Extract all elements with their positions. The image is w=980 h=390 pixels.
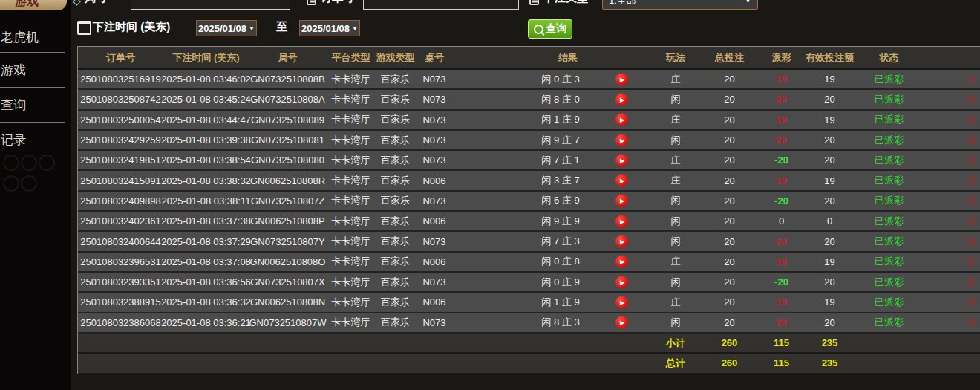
chevron-down-icon: ▼ <box>352 25 358 32</box>
order-no-cell: 250108032400644 <box>78 232 163 250</box>
platform-cell: 卡卡湾厅 <box>327 131 375 149</box>
valid-bet-cell: 20 <box>802 90 858 108</box>
table-row[interactable]: 2501080324098982025-01-08 03:38:11GN0732… <box>78 192 980 212</box>
table-no-cell: N006 <box>416 253 453 271</box>
date-from-value: 2025/01/08 <box>198 23 246 34</box>
table-row[interactable]: 2501080323889152025-01-08 03:36:32GN0062… <box>78 293 980 313</box>
valid-bet-cell: 19 <box>802 171 858 189</box>
date-to-picker[interactable]: 2025/01/08 ▼ <box>299 20 360 36</box>
background-decoration <box>39 155 55 171</box>
table-header-row: 订单号 下注时间 (美东) 局号 平台类型 游戏类型 桌号 结果 玩法 总投注 … <box>78 47 980 70</box>
subtotal-total-bet: 260 <box>698 334 761 352</box>
order-no-cell: 250108032429259 <box>78 131 163 149</box>
subtotal-payout: 115 <box>761 334 802 352</box>
date-to-value: 2025/01/08 <box>301 23 350 34</box>
replay-play-icon[interactable]: ▶ <box>615 93 628 105</box>
grand-total-spacer <box>78 354 653 372</box>
header-round-no: 局号 <box>249 47 327 68</box>
table-row[interactable]: 2501080324150912025-01-08 03:38:32GN0062… <box>78 171 980 191</box>
table-row[interactable]: 2501080325169192025-01-08 03:46:02GN0732… <box>78 70 980 90</box>
sidebar-item-slots[interactable]: 老虎机 <box>0 10 65 53</box>
round-no-cell: GN0732510808B <box>249 70 327 88</box>
replay-play-icon[interactable]: ▶ <box>615 134 628 146</box>
play-cell: 闲 <box>653 232 698 250</box>
header-valid-bet: 有效投注额 <box>802 47 858 68</box>
table-row[interactable]: 2501080323965312025-01-08 03:37:08GN0062… <box>78 253 980 273</box>
order-no-cell: 250108032386068 <box>78 313 163 332</box>
sidebar-item-query[interactable]: 查询 <box>0 88 65 123</box>
round-no-cell: GN0732510808A <box>249 90 327 108</box>
table-row[interactable]: 2501080324292592025-01-08 03:39:38GN0732… <box>78 131 980 151</box>
table-row[interactable]: 2501080324023612025-01-08 03:37:38GN0062… <box>78 212 980 232</box>
payout-cell: 20 <box>761 131 802 149</box>
faint-background-dot <box>967 196 976 206</box>
magnifier-icon <box>534 25 543 34</box>
replay-play-icon[interactable]: ▶ <box>615 296 628 308</box>
grand-total-filler <box>858 354 980 372</box>
bet-time-cell: 2025-01-08 03:36:56 <box>163 273 249 291</box>
sidebar-active-label: 游戏 <box>15 0 39 10</box>
status-cell: 已派彩 <box>858 313 921 332</box>
valid-bet-cell: 19 <box>802 70 858 88</box>
background-decoration <box>21 175 37 192</box>
header-payout: 派彩 <box>761 47 802 68</box>
subtotal-filler <box>858 334 980 352</box>
search-button[interactable]: 查询 <box>528 19 572 39</box>
bet-time-cell: 2025-01-08 03:36:32 <box>163 293 249 311</box>
table-row[interactable]: 2501080325087422025-01-08 03:45:24GN0732… <box>78 90 980 110</box>
platform-cell: 卡卡湾厅 <box>327 70 375 88</box>
date-from-picker[interactable]: 2025/01/08 ▼ <box>196 20 257 36</box>
sidebar-item-games[interactable]: 游戏 <box>0 53 65 88</box>
replay-play-icon[interactable]: ▶ <box>615 114 628 126</box>
total-bet-cell: 20 <box>698 70 761 88</box>
replay-play-icon[interactable]: ▶ <box>615 195 628 207</box>
game-type-cell: 百家乐 <box>375 313 416 332</box>
table-row[interactable]: 2501080324198512025-01-08 03:38:54GN0732… <box>78 151 980 171</box>
payout-cell: -20 <box>761 273 802 291</box>
table-no-cell: N073 <box>416 313 453 332</box>
header-order-no: 订单号 <box>78 47 163 68</box>
play-cell: 庄 <box>653 111 698 129</box>
header-result: 结果 <box>453 47 653 68</box>
replay-play-icon[interactable]: ▶ <box>615 175 628 187</box>
platform-cell: 卡卡湾厅 <box>327 273 375 291</box>
play-cell: 闲 <box>653 192 698 210</box>
faint-background-dot <box>967 257 976 267</box>
sidebar-item-label: 游戏 <box>1 62 26 79</box>
play-cell: 闲 <box>653 212 698 230</box>
game-type-cell: 百家乐 <box>375 212 416 230</box>
bet-time-cell: 2025-01-08 03:37:29 <box>163 232 249 250</box>
order-no-input[interactable] <box>363 0 519 10</box>
table-row[interactable]: 2501080323933512025-01-08 03:36:56GN0732… <box>78 273 980 293</box>
bet-type-select[interactable]: 1.全部 ▼ <box>602 0 758 10</box>
round-no-cell: GN0732510807Z <box>249 192 327 210</box>
grand-total-total-bet: 260 <box>698 354 761 372</box>
chevron-down-icon: ▼ <box>745 0 751 4</box>
replay-play-icon[interactable]: ▶ <box>615 154 628 166</box>
table-no-cell: N006 <box>416 293 453 311</box>
sidebar-item-active-games[interactable]: 游戏 <box>0 0 67 10</box>
grand-total-valid-bet: 235 <box>802 354 858 372</box>
table-row[interactable]: 2501080323860682025-01-08 03:36:21GN0732… <box>78 313 980 334</box>
play-cell: 庄 <box>653 253 698 271</box>
replay-play-icon[interactable]: ▶ <box>615 256 628 268</box>
game-type-cell: 百家乐 <box>375 131 416 149</box>
play-cell: 闲 <box>653 131 698 149</box>
replay-play-icon[interactable]: ▶ <box>615 215 628 227</box>
replay-play-icon[interactable]: ▶ <box>615 235 628 248</box>
table-row[interactable]: 2501080324006442025-01-08 03:37:29GN0732… <box>78 232 980 252</box>
total-bet-cell: 20 <box>698 212 761 230</box>
platform-cell: 卡卡湾厅 <box>327 313 375 332</box>
faint-background-dot <box>967 318 976 328</box>
table-row[interactable]: 2501080325000542025-01-08 03:44:47GN0732… <box>78 111 980 131</box>
sidebar-item-records[interactable]: 记录 <box>0 123 65 157</box>
payout-cell: 19 <box>761 253 802 271</box>
status-cell: 已派彩 <box>858 70 921 88</box>
table-no-cell: N073 <box>416 192 453 210</box>
replay-play-icon[interactable]: ▶ <box>615 316 628 329</box>
replay-play-icon[interactable]: ▶ <box>615 276 628 288</box>
replay-play-icon[interactable]: ▶ <box>615 73 628 85</box>
table-no-cell: N073 <box>416 232 453 250</box>
round-no-input[interactable] <box>131 0 290 10</box>
total-bet-cell: 20 <box>698 253 761 271</box>
